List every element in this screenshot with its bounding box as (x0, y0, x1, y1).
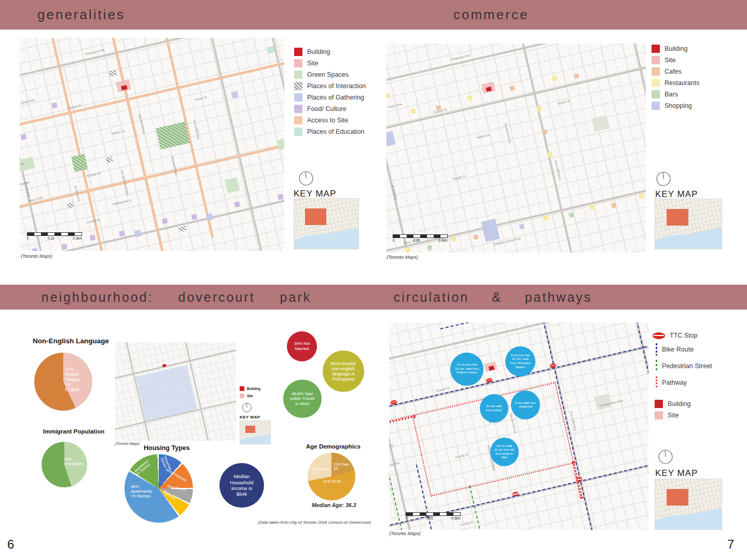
food-culture-swatch (294, 105, 302, 113)
map-caption: (Toronto Maps) (115, 442, 140, 445)
legend-label: Places of Gathering (307, 94, 364, 101)
education-swatch (294, 128, 302, 136)
street-label: Ossington Ave (570, 411, 577, 431)
interaction-swatch (294, 82, 302, 90)
food-culture-patch (191, 214, 197, 220)
generalities-legend: Building Site Green Spaces Places of Int… (294, 48, 366, 136)
street-label: Ossington Ave (192, 120, 200, 140)
income-stat-bubble: Median Household income is $64k (219, 463, 264, 508)
street-grid: Davenport Rd Dupont St Geary Ave Hallam … (20, 38, 284, 251)
legend-label: Pedestrian Street (662, 362, 712, 370)
pie-slice-label: 45% Immigrants (64, 457, 84, 466)
gathering-swatch (294, 93, 302, 102)
legend-label: Site (307, 60, 319, 67)
pie-housing-types: Detached Homes Semi-Detached Row Houses … (125, 454, 193, 523)
scale-mid: 0.15 (413, 239, 420, 242)
legend-label: Places of Interaction (307, 82, 366, 90)
site-swatch (652, 56, 660, 64)
interaction-patch (67, 202, 74, 208)
data-source-note: (Data taken from City of Toronto 2016 Ce… (258, 520, 371, 525)
major-road (386, 44, 646, 101)
legend-row: Pathway (653, 376, 712, 389)
legend-label: Building (665, 45, 687, 52)
scale-end: 0.3km (73, 236, 82, 240)
chart-title-non-english: Non-English Language (33, 337, 109, 345)
gathering-patch (134, 230, 141, 237)
food-culture-patch (21, 134, 27, 140)
key-map-label: KEY MAP (294, 189, 336, 199)
restaurant-patch (405, 247, 411, 253)
mini-legend-row: Building (240, 386, 260, 391)
key-map (655, 479, 722, 530)
food-culture-patch (234, 201, 240, 207)
map-caption: (Toronto Maps) (386, 255, 418, 260)
legend-row: Restaurants (652, 79, 699, 87)
restaurant-patch (552, 76, 558, 81)
pathway-icon (656, 376, 657, 389)
scale-bar-graphic (393, 234, 448, 238)
gathering-patch (231, 91, 239, 99)
pie-slice-label: 21% Over 55 (334, 463, 349, 470)
restaurant-patch (451, 236, 457, 242)
shopping-patch (519, 224, 524, 230)
restaurant-patch (543, 215, 549, 221)
legend-row: Site (652, 56, 699, 64)
map-caption: (Toronto Maps) (21, 254, 52, 259)
cafe-patch (542, 129, 547, 135)
circulation-map: Dupont St Bloor St W Shanly St Armstrong… (389, 323, 648, 530)
cafe-patch (611, 203, 617, 208)
transit-stat-bubble: 46.8% Take public Transit to Work (283, 380, 322, 418)
street-label: Dufferin St (24, 183, 31, 198)
site-swatch (294, 59, 302, 67)
key-map-highlight (305, 208, 326, 225)
circulation-legend: TTC Stop Bike Route Pedestrian Street Pa… (653, 332, 712, 389)
key-map-highlight (667, 489, 688, 506)
scale-end: 0.3km (438, 239, 448, 242)
food-culture-patch (61, 244, 67, 250)
legend-row: Cafes (652, 67, 699, 76)
gathering-patch (206, 213, 214, 220)
scale-start: 0 (406, 516, 408, 520)
street-grid: Davenport Rd Dupont St Geary Ave Hallam … (386, 44, 646, 253)
legend-row: TTC Stop (653, 332, 712, 339)
legend-row: Bars (652, 90, 699, 99)
cafe-patch (509, 86, 515, 91)
legend-row: Places of Education (294, 128, 366, 136)
park-patch (156, 121, 190, 149)
site-swatch (240, 394, 244, 398)
street-label: Dovercourt Rd (504, 123, 511, 144)
scale-bar: 00.150.3km (393, 234, 448, 242)
pie-slice-label: 51% 25-54 (323, 480, 341, 484)
street-grid (115, 342, 236, 441)
interaction-patch (106, 157, 113, 163)
north-arrow-icon (656, 171, 671, 189)
pathway-line (389, 414, 416, 430)
page-number-left: 6 (7, 537, 14, 552)
page-number-right: 7 (727, 537, 734, 552)
access-route (43, 38, 119, 251)
pie-age-demographics: 21% Over 55 51% 25-54 28% Under 24 (308, 453, 355, 500)
chart-title-age: Age Demographics (306, 443, 361, 450)
restaurant-patch (467, 95, 473, 101)
legend-label: Building (247, 387, 260, 390)
cafes-swatch (652, 67, 660, 76)
legend-row: Green Spaces (294, 71, 366, 79)
education-patch (267, 46, 275, 54)
street-label: Dovercourt Rd (138, 114, 146, 134)
not-married-stat-bubble: 39% Not Married (287, 331, 317, 361)
street-label: Shanly St (452, 175, 466, 181)
pie-slice-label: Duplexes (162, 489, 176, 501)
key-map-label: KEY MAP (240, 415, 260, 419)
scale-bar-graphic (406, 512, 461, 516)
language-stat-bubble: Most popular non-english language is Por… (323, 351, 364, 392)
pie-slice-label: 45% Apartments <5 Storeys (131, 484, 152, 499)
bar-patch (569, 213, 574, 218)
key-map-label: KEY MAP (655, 468, 698, 479)
ttc-stop-icon (653, 332, 665, 339)
north-arrow-icon (298, 171, 314, 188)
food-culture-patch (161, 218, 168, 224)
pie-slice-label: Row Houses (167, 484, 186, 492)
shopping-patch (481, 219, 500, 242)
mini-legend-row: Site (240, 394, 253, 398)
neighbourhood-map (115, 342, 236, 441)
